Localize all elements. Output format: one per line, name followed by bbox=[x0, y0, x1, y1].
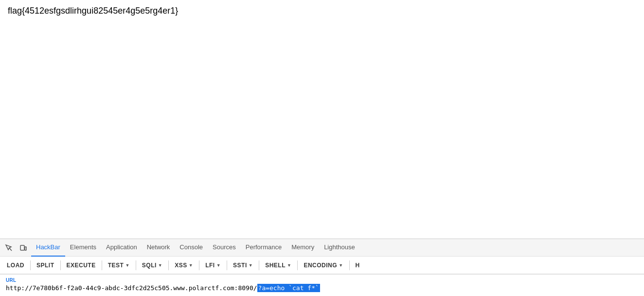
url-label: URL bbox=[6, 278, 638, 283]
url-normal-part: http://7e780b6f-f2a0-44c9-abdc-3dfc2d25c… bbox=[6, 284, 257, 292]
tab-performance[interactable]: Performance bbox=[241, 239, 286, 257]
toolbar-divider-3 bbox=[102, 260, 102, 270]
lfi-dropdown-arrow: ▼ bbox=[216, 263, 221, 268]
encoding-button[interactable]: ENCODING ▼ bbox=[299, 257, 348, 274]
flag-output: flag{4512esfgsdlirhgui82545er4g5e5rg4er1… bbox=[8, 6, 178, 16]
tab-application[interactable]: Application bbox=[101, 239, 142, 257]
tab-elements[interactable]: Elements bbox=[65, 239, 101, 257]
sqli-dropdown-arrow: ▼ bbox=[158, 263, 162, 268]
device-toggle-icon[interactable] bbox=[17, 241, 30, 255]
toolbar-divider-8 bbox=[259, 260, 259, 270]
tab-lighthouse[interactable]: Lighthouse bbox=[319, 239, 360, 257]
toolbar-divider-7 bbox=[227, 260, 227, 270]
xss-dropdown-arrow: ▼ bbox=[189, 263, 193, 268]
toolbar-divider-1 bbox=[30, 260, 31, 270]
shell-dropdown-arrow: ▼ bbox=[287, 263, 291, 268]
toolbar-divider-10 bbox=[349, 260, 350, 270]
encoding-dropdown-arrow: ▼ bbox=[339, 263, 343, 268]
url-text[interactable]: http://7e780b6f-f2a0-44c9-abdc-3dfc2d25c… bbox=[6, 284, 638, 292]
sqli-button[interactable]: SQLI ▼ bbox=[137, 257, 167, 274]
test-button[interactable]: TEST ▼ bbox=[103, 257, 135, 274]
tab-memory[interactable]: Memory bbox=[286, 239, 319, 257]
url-highlighted-part: ?a=echo `cat f*` bbox=[257, 284, 320, 292]
tab-sources[interactable]: Sources bbox=[208, 239, 241, 257]
more-button[interactable]: H bbox=[351, 257, 365, 274]
split-button[interactable]: SPLIT bbox=[32, 257, 59, 274]
toolbar-divider-4 bbox=[136, 260, 136, 270]
tab-hackbar[interactable]: HackBar bbox=[31, 239, 65, 257]
hackbar-toolbar: LOAD SPLIT EXECUTE TEST ▼ SQLI ▼ XSS ▼ L… bbox=[0, 257, 644, 274]
svg-rect-1 bbox=[20, 245, 24, 250]
browser-content: flag{4512esfgsdlirhgui82545er4g5e5rg4er1… bbox=[0, 0, 644, 239]
inspect-element-icon[interactable] bbox=[2, 241, 16, 255]
execute-button[interactable]: EXECUTE bbox=[62, 257, 101, 274]
load-button[interactable]: LOAD bbox=[2, 257, 29, 274]
toolbar-divider-2 bbox=[60, 260, 61, 270]
test-dropdown-arrow: ▼ bbox=[125, 263, 129, 268]
toolbar-divider-6 bbox=[199, 260, 199, 270]
tab-network[interactable]: Network bbox=[142, 239, 175, 257]
toolbar-divider-9 bbox=[297, 260, 298, 270]
tab-console[interactable]: Console bbox=[175, 239, 208, 257]
shell-button[interactable]: SHELL ▼ bbox=[260, 257, 296, 274]
xss-button[interactable]: XSS ▼ bbox=[170, 257, 198, 274]
ssti-button[interactable]: SSTI ▼ bbox=[228, 257, 258, 274]
ssti-dropdown-arrow: ▼ bbox=[249, 263, 253, 268]
devtools-panel: HackBar Elements Application Network Con… bbox=[0, 239, 644, 296]
svg-line-0 bbox=[9, 248, 12, 251]
lfi-button[interactable]: LFI ▼ bbox=[200, 257, 226, 274]
devtools-tab-bar: HackBar Elements Application Network Con… bbox=[0, 239, 644, 257]
toolbar-divider-5 bbox=[168, 260, 169, 270]
svg-rect-2 bbox=[25, 247, 26, 250]
url-section: URL http://7e780b6f-f2a0-44c9-abdc-3dfc2… bbox=[0, 274, 644, 296]
